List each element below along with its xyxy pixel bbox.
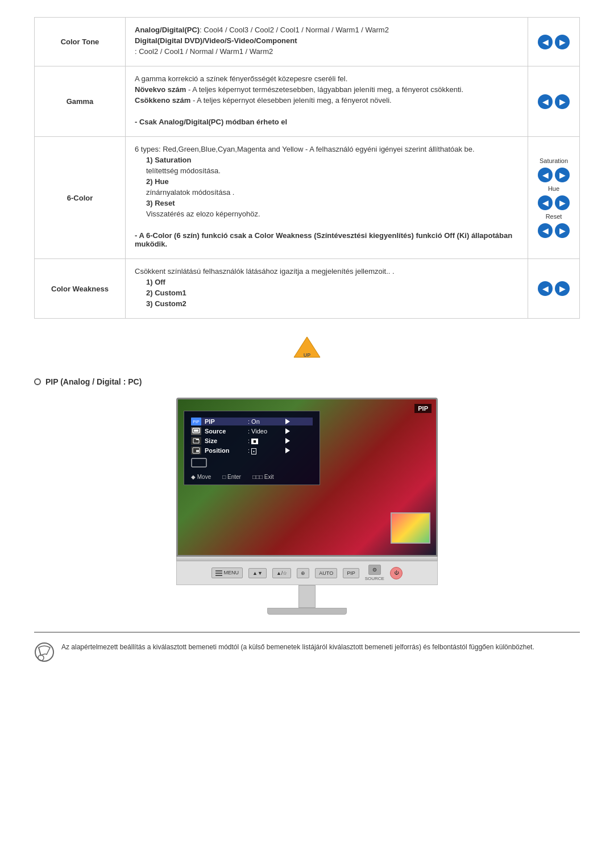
right-arrow-btn[interactable]: ▶ <box>555 281 570 296</box>
monitor-container: PIP PIP PIP : On Source : Video <box>34 398 580 615</box>
6color-arrows: Saturation ◀ ▶ Hue ◀ ▶ Reset ◀ ▶ <box>528 137 580 259</box>
svg-rect-8 <box>215 570 222 571</box>
table-row: Color Weakness Csökkent színlátású felha… <box>35 259 580 319</box>
svg-marker-4 <box>196 439 199 440</box>
color-weakness-label: Color Weakness <box>35 259 126 319</box>
note-icon <box>34 642 55 662</box>
svg-rect-2 <box>194 429 198 432</box>
table-row: 6-Color 6 types: Red,Green,Blue,Cyan,Mag… <box>35 137 580 259</box>
gamma-arrows: ◀ ▶ <box>528 66 580 137</box>
monitor-stand <box>298 585 316 608</box>
svg-rect-10 <box>215 575 222 576</box>
monitor-bezel-bottom <box>176 557 438 561</box>
osd-pip-icon: PIP <box>191 418 201 425</box>
source-label: SOURCE <box>365 576 384 581</box>
brightness-button[interactable]: ▲/☆ <box>272 568 291 578</box>
color-tone-arrows: ◀ ▶ <box>528 18 580 66</box>
osd-row-size: Size : ■ <box>191 437 313 445</box>
pip-button[interactable]: PIP <box>343 568 359 578</box>
color-tone-desc: Analog/Digital(PC): Cool4 / Cool3 / Cool… <box>126 18 528 66</box>
table-row: Color Tone Analog/Digital(PC): Cool4 / C… <box>35 18 580 66</box>
left-arrow-btn[interactable]: ◀ <box>538 35 553 49</box>
monitor-screen: PIP PIP PIP : On Source : Video <box>176 398 438 557</box>
right-arrow-btn[interactable]: ▶ <box>555 223 570 238</box>
pip-circle-icon <box>34 378 41 385</box>
source-button[interactable]: ⊙ <box>368 565 381 575</box>
osd-bottom-bar: ◆ Move □ Enter □□□ Exit <box>191 474 313 480</box>
osd-row-source: Source : Video <box>191 427 313 435</box>
up-button-section: UP <box>34 336 580 360</box>
gamma-label: Gamma <box>35 66 126 137</box>
arrow-group: Saturation ◀ ▶ Hue ◀ ▶ Reset ◀ ▶ <box>537 157 570 239</box>
6color-desc: 6 types: Red,Green,Blue,Cyan,Magenta and… <box>126 137 528 259</box>
svg-line-13 <box>39 648 41 656</box>
pip-preview-window <box>391 512 430 544</box>
hue-arrow-pair: ◀ ▶ <box>537 195 570 211</box>
note-text: Az alapértelmezett beállítás a kiválaszt… <box>61 642 534 652</box>
left-arrow-btn[interactable]: ◀ <box>538 281 553 296</box>
up-button[interactable]: UP <box>293 336 321 360</box>
left-arrow-btn[interactable]: ◀ <box>538 94 553 109</box>
osd-arrow-icon <box>285 448 290 453</box>
osd-small-icon <box>191 458 313 470</box>
svg-rect-9 <box>215 573 222 574</box>
monitor-wrap: PIP PIP PIP : On Source : Video <box>176 398 438 615</box>
osd-size-icon <box>191 437 201 445</box>
monitor-controls-row: MENU ▲▼ ▲/☆ ⊕ AUTO PIP ⊙ SOURCE ⏻ <box>176 561 438 585</box>
left-arrow-btn[interactable]: ◀ <box>538 223 553 238</box>
osd-arrow-icon <box>285 428 290 434</box>
right-arrow-btn[interactable]: ▶ <box>555 35 570 49</box>
color-weakness-desc: Csökkent színlátású felhasználók látásáh… <box>126 259 528 319</box>
left-arrow-btn[interactable]: ◀ <box>538 168 553 182</box>
right-arrow-btn[interactable]: ▶ <box>555 94 570 109</box>
color-weakness-arrows: ◀ ▶ <box>528 259 580 319</box>
osd-row-position: Position : ▪ <box>191 446 313 454</box>
arrow-pair: ◀ ▶ <box>537 34 570 50</box>
table-row: Gamma A gamma korrekció a színek fényerő… <box>35 66 580 137</box>
pip-tag: PIP <box>414 404 432 413</box>
power-button[interactable]: ⏻ <box>390 567 403 579</box>
up-label: UP <box>293 352 321 358</box>
menu-button[interactable]: MENU <box>211 567 243 578</box>
note-section: Az alapértelmezett beállítás a kiválaszt… <box>34 632 580 662</box>
monitor-base <box>267 608 347 615</box>
svg-rect-7 <box>192 458 206 467</box>
6color-label: 6-Color <box>35 137 126 259</box>
pip-title: PIP (Analog / Digital : PC) <box>45 377 142 386</box>
pip-section-header: PIP (Analog / Digital : PC) <box>34 377 580 386</box>
auto-button[interactable]: AUTO <box>315 568 337 578</box>
osd-arrow-icon <box>285 419 290 424</box>
osd-row-pip: PIP PIP : On <box>191 418 313 425</box>
gamma-desc: A gamma korrekció a színek fényerősségét… <box>126 66 528 137</box>
settings-table: Color Tone Analog/Digital(PC): Cool4 / C… <box>34 17 580 319</box>
source-button-group: ⊙ SOURCE <box>365 565 384 581</box>
reset-arrow-pair: ◀ ▶ <box>537 223 570 239</box>
right-arrow-btn[interactable]: ▶ <box>555 168 570 182</box>
saturation-arrow-pair: ◀ ▶ <box>537 167 570 183</box>
osd-position-icon <box>191 446 201 454</box>
arrow-pair: ◀ ▶ <box>537 94 570 110</box>
osd-arrow-icon <box>285 438 290 444</box>
color-tone-label: Color Tone <box>35 18 126 66</box>
svg-rect-6 <box>196 450 199 452</box>
arrow-pair: ◀ ▶ <box>537 281 570 297</box>
left-arrow-btn[interactable]: ◀ <box>538 195 553 210</box>
osd-source-icon <box>191 427 201 435</box>
ok-button[interactable]: ⊕ <box>297 568 309 578</box>
updown-button[interactable]: ▲▼ <box>248 568 267 578</box>
osd-menu: PIP PIP : On Source : Video <box>184 411 320 485</box>
right-arrow-btn[interactable]: ▶ <box>555 195 570 210</box>
